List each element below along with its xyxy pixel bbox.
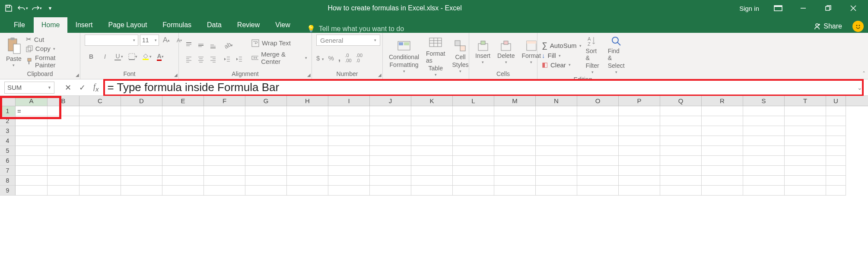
col-header[interactable]: N bbox=[536, 96, 577, 106]
row-header[interactable]: 4 bbox=[0, 136, 16, 146]
cell[interactable] bbox=[48, 146, 79, 156]
cell[interactable] bbox=[121, 176, 162, 186]
cell[interactable] bbox=[287, 186, 328, 196]
cell[interactable] bbox=[79, 126, 121, 136]
cell[interactable] bbox=[204, 186, 245, 196]
cell[interactable] bbox=[453, 166, 494, 176]
cell[interactable] bbox=[411, 136, 453, 146]
cell[interactable] bbox=[370, 186, 411, 196]
cell[interactable] bbox=[660, 146, 702, 156]
cell[interactable] bbox=[494, 146, 536, 156]
cell[interactable] bbox=[702, 136, 743, 146]
cell[interactable] bbox=[785, 186, 826, 196]
cell[interactable] bbox=[328, 166, 370, 176]
col-header[interactable]: E bbox=[162, 96, 204, 106]
sort-filter-button[interactable]: AZSort &Filter▾ bbox=[584, 35, 601, 75]
tell-me-search[interactable]: 💡 Tell me what you want to do bbox=[307, 25, 404, 33]
cell[interactable] bbox=[785, 146, 826, 156]
decrease-decimal-button[interactable]: .00.0 bbox=[356, 53, 362, 63]
cell[interactable] bbox=[453, 126, 494, 136]
increase-font-icon[interactable]: A▴ bbox=[161, 35, 172, 46]
col-header[interactable]: H bbox=[287, 96, 328, 106]
cell[interactable] bbox=[79, 186, 121, 196]
underline-button[interactable]: U▾ bbox=[112, 51, 125, 62]
cell[interactable] bbox=[494, 166, 536, 176]
cell[interactable] bbox=[453, 146, 494, 156]
cell[interactable] bbox=[826, 116, 846, 126]
increase-decimal-button[interactable]: .0.00 bbox=[345, 53, 351, 63]
cell[interactable] bbox=[328, 136, 370, 146]
cell[interactable] bbox=[79, 106, 121, 116]
cell[interactable] bbox=[494, 106, 536, 116]
row-header[interactable]: 6 bbox=[0, 156, 16, 166]
cell[interactable] bbox=[204, 146, 245, 156]
cell[interactable] bbox=[536, 136, 577, 146]
cell[interactable] bbox=[162, 176, 204, 186]
cell[interactable] bbox=[411, 186, 453, 196]
align-top-icon[interactable] bbox=[183, 40, 194, 51]
cell[interactable] bbox=[16, 146, 48, 156]
tab-view[interactable]: View bbox=[267, 17, 298, 33]
tab-page-layout[interactable]: Page Layout bbox=[100, 17, 155, 33]
copy-button[interactable]: Copy▾ bbox=[26, 45, 76, 52]
cell[interactable] bbox=[577, 136, 619, 146]
cell[interactable] bbox=[287, 146, 328, 156]
cell[interactable] bbox=[785, 156, 826, 166]
cell[interactable] bbox=[536, 166, 577, 176]
col-header[interactable]: A bbox=[16, 96, 48, 106]
cell-styles-button[interactable]: CellStyles▾ bbox=[450, 38, 470, 74]
cell[interactable] bbox=[702, 146, 743, 156]
number-format-combo[interactable]: General▾ bbox=[316, 35, 380, 46]
cell[interactable] bbox=[619, 116, 660, 126]
cell[interactable] bbox=[453, 156, 494, 166]
italic-button[interactable]: I bbox=[99, 51, 111, 62]
font-size-combo[interactable]: 11▾ bbox=[140, 35, 159, 46]
align-right-icon[interactable] bbox=[207, 54, 219, 65]
cell[interactable] bbox=[619, 136, 660, 146]
cell[interactable] bbox=[826, 126, 846, 136]
cell[interactable] bbox=[204, 156, 245, 166]
cell[interactable] bbox=[121, 106, 162, 116]
cell[interactable] bbox=[411, 146, 453, 156]
cell[interactable] bbox=[411, 166, 453, 176]
cell[interactable] bbox=[494, 136, 536, 146]
row-header[interactable]: 8 bbox=[0, 176, 16, 186]
tab-file[interactable]: File bbox=[5, 17, 34, 33]
cell[interactable] bbox=[619, 106, 660, 116]
cell[interactable] bbox=[743, 136, 785, 146]
cell[interactable] bbox=[453, 136, 494, 146]
cell[interactable] bbox=[453, 186, 494, 196]
cell[interactable] bbox=[245, 156, 287, 166]
cut-button[interactable]: ✂Cut bbox=[26, 35, 76, 43]
cell[interactable] bbox=[48, 136, 79, 146]
cell[interactable] bbox=[536, 116, 577, 126]
cell[interactable] bbox=[370, 106, 411, 116]
cell[interactable] bbox=[577, 186, 619, 196]
cell[interactable] bbox=[287, 166, 328, 176]
cell[interactable] bbox=[785, 136, 826, 146]
col-header[interactable]: L bbox=[453, 96, 494, 106]
cell[interactable] bbox=[411, 126, 453, 136]
cell[interactable] bbox=[660, 116, 702, 126]
cell[interactable] bbox=[743, 116, 785, 126]
cell[interactable] bbox=[287, 106, 328, 116]
cell[interactable] bbox=[411, 116, 453, 126]
cell[interactable] bbox=[826, 176, 846, 186]
name-box[interactable]: SUM▼ bbox=[4, 82, 54, 94]
cell[interactable] bbox=[121, 146, 162, 156]
cell[interactable] bbox=[121, 126, 162, 136]
cancel-formula-icon[interactable]: ✕ bbox=[65, 83, 71, 92]
decrease-indent-icon[interactable] bbox=[221, 54, 232, 65]
cell[interactable] bbox=[16, 166, 48, 176]
cell[interactable] bbox=[826, 186, 846, 196]
col-header[interactable]: P bbox=[619, 96, 660, 106]
cell[interactable] bbox=[79, 156, 121, 166]
cell[interactable] bbox=[453, 106, 494, 116]
cell[interactable] bbox=[536, 186, 577, 196]
cell[interactable] bbox=[287, 176, 328, 186]
cell[interactable] bbox=[287, 156, 328, 166]
cell[interactable] bbox=[702, 156, 743, 166]
cell[interactable] bbox=[16, 126, 48, 136]
col-header[interactable]: J bbox=[370, 96, 411, 106]
cell[interactable] bbox=[48, 176, 79, 186]
